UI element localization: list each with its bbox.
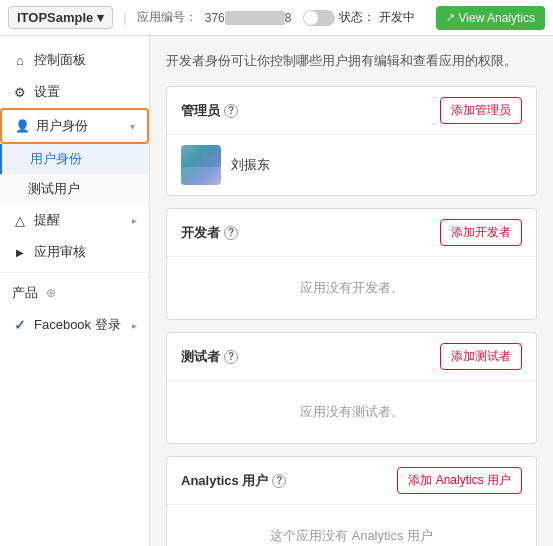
user-identity-icon: 👤 (14, 119, 30, 133)
developer-title-text: 开发者 (181, 224, 220, 242)
avatar-liuzhendong (181, 145, 221, 185)
sidebar-label-facebook: Facebook 登录 (34, 316, 126, 334)
sidebar-sub-item-user-identity[interactable]: 用户身份 (0, 144, 149, 174)
role-header-tester: 测试者 ? 添加测试者 (167, 333, 536, 381)
sidebar-label-dashboard: 控制面板 (34, 51, 137, 69)
sidebar-label-settings: 设置 (34, 83, 137, 101)
analytics-arrow-icon: ↗ (446, 11, 455, 24)
analytics-title-text: Analytics 用户 (181, 472, 268, 490)
sidebar-item-user-identity[interactable]: 👤 用户身份 ▾ (0, 108, 149, 144)
topbar-divider: | (123, 10, 126, 25)
view-analytics-label: View Analytics (459, 11, 535, 25)
products-label: 产品 (12, 284, 38, 302)
app-selector[interactable]: ITOPSample ▾ (8, 6, 113, 29)
app-id-label: 应用编号： (137, 9, 197, 26)
add-product-icon[interactable]: ⊕ (46, 286, 56, 300)
role-section-developer: 开发者 ? 添加开发者 应用没有开发者。 (166, 208, 537, 320)
admin-help-icon[interactable]: ? (224, 104, 238, 118)
layout: ⌂ 控制面板 ⚙ 设置 👤 用户身份 ▾ 用户身份 测试用户 △ 提醒 ▸ ▶ (0, 36, 553, 546)
toggle-group: 状态： 开发中 (303, 9, 415, 26)
app-name: ITOPSample (17, 10, 93, 25)
role-section-tester: 测试者 ? 添加测试者 应用没有测试者。 (166, 332, 537, 444)
role-header-admin: 管理员 ? 添加管理员 (167, 87, 536, 135)
add-analytics-button[interactable]: 添加 Analytics 用户 (397, 467, 522, 494)
app-id-value: 376XXXXXXX8 (205, 11, 292, 25)
sidebar-item-dashboard[interactable]: ⌂ 控制面板 (0, 44, 149, 76)
sidebar-sub-label-user-identity: 用户身份 (30, 151, 82, 166)
alerts-chevron: ▸ (132, 215, 137, 226)
sidebar-sub-label-test-user: 测试用户 (28, 181, 80, 196)
add-tester-button[interactable]: 添加测试者 (440, 343, 522, 370)
main-content: 开发者身份可让你控制哪些用户拥有编辑和查看应用的权限。 管理员 ? 添加管理员 … (150, 36, 553, 546)
app-review-icon: ▶ (12, 247, 28, 258)
analytics-empty-msg: 这个应用没有 Analytics 用户 (181, 515, 522, 546)
sidebar-item-app-review[interactable]: ▶ 应用审核 (0, 236, 149, 268)
topbar: ITOPSample ▾ | 应用编号： 376XXXXXXX8 状态： 开发中… (0, 0, 553, 36)
sidebar: ⌂ 控制面板 ⚙ 设置 👤 用户身份 ▾ 用户身份 测试用户 △ 提醒 ▸ ▶ (0, 36, 150, 546)
user-entry-admin-0: 刘振东 (181, 145, 522, 185)
user-identity-chevron: ▾ (130, 121, 135, 132)
status-label: 状态： (339, 9, 375, 26)
sidebar-label-app-review: 应用审核 (34, 243, 137, 261)
developer-empty-msg: 应用没有开发者。 (181, 267, 522, 309)
status-toggle[interactable] (303, 10, 335, 26)
sidebar-sub-item-test-user[interactable]: 测试用户 (0, 174, 149, 204)
add-admin-button[interactable]: 添加管理员 (440, 97, 522, 124)
sidebar-item-facebook[interactable]: ✓ Facebook 登录 ▸ (0, 309, 149, 341)
sidebar-label-alerts: 提醒 (34, 211, 126, 229)
developer-help-icon[interactable]: ? (224, 226, 238, 240)
app-selector-chevron: ▾ (97, 10, 104, 25)
tester-empty-msg: 应用没有测试者。 (181, 391, 522, 433)
tester-title-text: 测试者 (181, 348, 220, 366)
role-section-admin: 管理员 ? 添加管理员 刘振东 (166, 86, 537, 196)
role-header-developer: 开发者 ? 添加开发者 (167, 209, 536, 257)
role-body-tester: 应用没有测试者。 (167, 381, 536, 443)
view-analytics-button[interactable]: ↗ View Analytics (436, 6, 545, 30)
facebook-icon: ✓ (12, 317, 28, 333)
role-body-developer: 应用没有开发者。 (167, 257, 536, 319)
admin-title-text: 管理员 (181, 102, 220, 120)
role-title-admin: 管理员 ? (181, 102, 238, 120)
role-body-analytics: 这个应用没有 Analytics 用户 (167, 505, 536, 546)
sidebar-item-alerts[interactable]: △ 提醒 ▸ (0, 204, 149, 236)
alerts-icon: △ (12, 213, 28, 228)
role-title-analytics: Analytics 用户 ? (181, 472, 286, 490)
tester-help-icon[interactable]: ? (224, 350, 238, 364)
settings-icon: ⚙ (12, 85, 28, 100)
role-title-tester: 测试者 ? (181, 348, 238, 366)
sidebar-sub-user-identity: 用户身份 测试用户 (0, 144, 149, 204)
main-description: 开发者身份可让你控制哪些用户拥有编辑和查看应用的权限。 (166, 52, 537, 70)
sidebar-section-products: 产品 ⊕ (0, 277, 149, 309)
sidebar-item-settings[interactable]: ⚙ 设置 (0, 76, 149, 108)
role-title-developer: 开发者 ? (181, 224, 238, 242)
sidebar-label-user-identity: 用户身份 (36, 117, 124, 135)
add-developer-button[interactable]: 添加开发者 (440, 219, 522, 246)
role-header-analytics: Analytics 用户 ? 添加 Analytics 用户 (167, 457, 536, 505)
home-icon: ⌂ (12, 53, 28, 68)
analytics-help-icon[interactable]: ? (272, 474, 286, 488)
facebook-chevron: ▸ (132, 320, 137, 331)
status-text: 开发中 (379, 9, 415, 26)
toggle-knob (304, 11, 318, 25)
user-name-admin-0: 刘振东 (231, 156, 270, 174)
role-section-analytics: Analytics 用户 ? 添加 Analytics 用户 这个应用没有 An… (166, 456, 537, 546)
role-body-admin: 刘振东 (167, 135, 536, 195)
